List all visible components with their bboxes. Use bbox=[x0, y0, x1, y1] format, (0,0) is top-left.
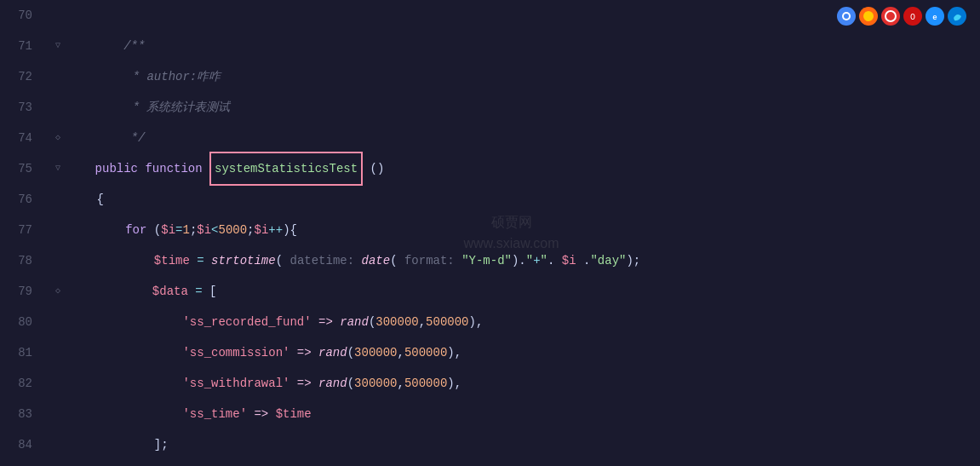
line-num-77: 77 bbox=[10, 215, 32, 245]
svg-text:e: e bbox=[932, 14, 937, 22]
line-num-85: 85 bbox=[10, 460, 32, 466]
function-name-highlight: systemStatisticsTest bbox=[209, 152, 363, 186]
brace-open-76: { bbox=[97, 184, 104, 215]
edge-icon bbox=[948, 7, 966, 26]
line-num-73: 73 bbox=[10, 92, 32, 123]
firefox-icon bbox=[859, 7, 878, 26]
code-line-83: 'ss_time' => $time bbox=[51, 399, 980, 429]
ie-icon: e bbox=[926, 7, 944, 26]
code-line-73: * 系统统计表测试 bbox=[51, 92, 980, 123]
line-num-74: 74 bbox=[10, 123, 32, 153]
code-line-82: 'ss_withdrawal' => rand ( 300000 , 50000… bbox=[51, 368, 980, 399]
keyword-public: public bbox=[95, 153, 138, 184]
opera-icon bbox=[881, 7, 900, 26]
line-num-84: 84 bbox=[10, 429, 32, 460]
svg-point-2 bbox=[844, 14, 849, 19]
fold-icon-74[interactable]: ◇ bbox=[51, 131, 65, 145]
code-line-84: ]; bbox=[51, 429, 980, 460]
line-num-70: 70 bbox=[10, 0, 32, 31]
svg-point-4 bbox=[863, 11, 874, 21]
code-line-79: ◇ $data = [ bbox=[51, 276, 980, 307]
fold-icon-75[interactable]: ▽ bbox=[51, 162, 65, 175]
code-line-72: * author:咋咋 bbox=[51, 61, 980, 92]
comment-open-71: /** bbox=[123, 31, 145, 61]
keyword-function: function bbox=[145, 153, 202, 184]
keyword-for: for bbox=[125, 215, 146, 245]
browser-red-icon: O bbox=[903, 7, 922, 26]
code-line-80: 'ss_recorded_fund' => rand ( 300000 , 50… bbox=[51, 307, 980, 337]
code-line-71: ▽ /** bbox=[51, 31, 980, 61]
line-num-81: 81 bbox=[10, 337, 32, 368]
class-db: Db bbox=[154, 460, 169, 466]
code-line-75: ▽ public function systemStatisticsTest (… bbox=[51, 153, 980, 184]
code-line-77: for ( $i = 1 ; $i < 5000 ; $i ++ ){ bbox=[51, 215, 980, 245]
method-insert: insert bbox=[404, 460, 447, 466]
fold-icon-71[interactable]: ▽ bbox=[51, 39, 65, 53]
code-editor: O e 70 71 72 73 74 75 76 77 78 79 80 81 … bbox=[0, 0, 980, 466]
fold-icon-79[interactable]: ◇ bbox=[51, 285, 65, 298]
line-num-75: 75 bbox=[10, 153, 32, 184]
svg-point-5 bbox=[881, 7, 900, 26]
line-num-78: 78 bbox=[10, 245, 32, 276]
code-line-81: 'ss_commission' => rand ( 300000 , 50000… bbox=[51, 337, 980, 368]
method-table: table bbox=[182, 460, 218, 466]
line-numbers: 70 71 72 73 74 75 76 77 78 79 80 81 82 8… bbox=[0, 0, 43, 466]
line-num-83: 83 bbox=[10, 399, 32, 429]
browser-icons-bar: O e bbox=[837, 7, 966, 26]
code-content: 硕贾网 www.sxiaw.com ▽ /** * author:咋咋 bbox=[43, 0, 980, 466]
comment-close-74: */ bbox=[131, 123, 146, 153]
line-num-71: 71 bbox=[10, 31, 32, 61]
code-line-74: ◇ */ bbox=[51, 123, 980, 153]
line-num-76: 76 bbox=[10, 184, 32, 215]
code-line-78: $time = strtotime ( datetime: date ( for… bbox=[51, 245, 980, 276]
comment-author-72: * author: bbox=[133, 61, 198, 92]
chrome-icon bbox=[837, 7, 856, 26]
line-num-80: 80 bbox=[10, 307, 32, 337]
comment-chinese-73: * 系统统计表测试 bbox=[133, 92, 231, 123]
line-num-79: 79 bbox=[10, 276, 32, 307]
line-num-72: 72 bbox=[10, 61, 32, 92]
code-line-76: { bbox=[51, 184, 980, 215]
line-num-82: 82 bbox=[10, 368, 32, 399]
svg-text:O: O bbox=[910, 13, 915, 22]
code-line-85: Db :: table ( "di_system_statistics" )->… bbox=[51, 460, 980, 466]
closing-bracket-84: ]; bbox=[154, 429, 169, 460]
